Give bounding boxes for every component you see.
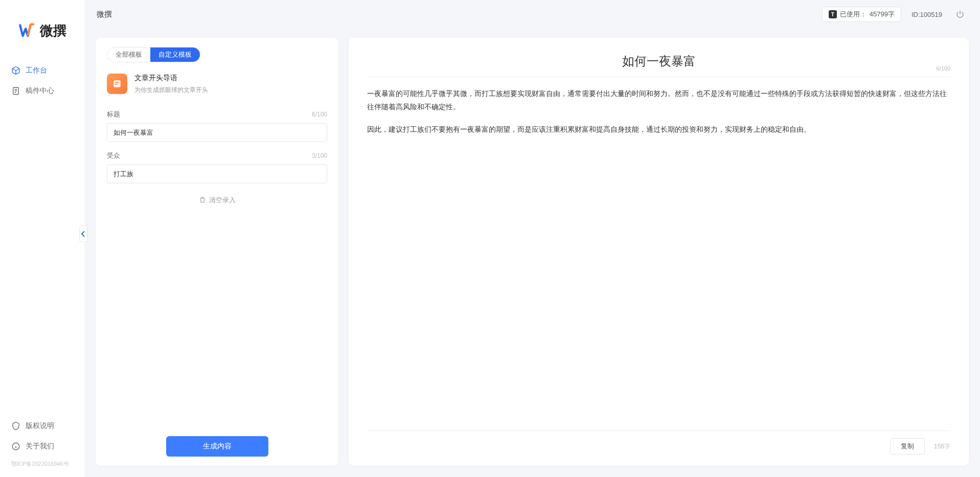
output-word-count: 156字	[934, 442, 950, 451]
info-icon	[11, 442, 20, 451]
audience-counter: 3/100	[312, 152, 327, 159]
logo: 微撰	[0, 15, 84, 61]
output-paragraph: 一夜暴富的可能性几乎微乎其微，而打工族想要实现财富自由，通常需要付出大量的时间和…	[367, 87, 950, 114]
svg-rect-4	[115, 84, 118, 85]
cube-icon	[11, 66, 20, 75]
usage-value: 45799字	[870, 10, 895, 19]
power-button[interactable]	[952, 7, 968, 22]
sidebar-item-label: 版权说明	[26, 421, 54, 431]
input-panel: 全部模板 自定义模板 文章开头导语 为你生成抓眼球的文章开头 标题 6/	[96, 38, 338, 466]
title-label: 标题	[107, 110, 120, 119]
svg-rect-3	[115, 82, 119, 83]
tab-all-templates[interactable]: 全部模板	[107, 47, 150, 62]
audience-label: 受众	[107, 151, 120, 160]
template-card: 文章开头导语 为你生成抓眼球的文章开头	[107, 62, 327, 101]
header: 微撰 T 已使用： 45799字 ID:100519	[84, 0, 980, 29]
output-body: 一夜暴富的可能性几乎微乎其微，而打工族想要实现财富自由，通常需要付出大量的时间和…	[367, 77, 950, 156]
sidebar-item-workbench[interactable]: 工作台	[4, 61, 80, 80]
output-paragraph: 因此，建议打工族们不要抱有一夜暴富的期望，而是应该注重积累财富和提高自身技能，通…	[367, 123, 950, 136]
logo-icon	[18, 21, 36, 40]
trash-icon	[199, 196, 206, 205]
title-input[interactable]	[107, 123, 327, 142]
sidebar-item-label: 稿件中心	[26, 86, 54, 96]
output-panel: 如何一夜暴富 6/100 一夜暴富的可能性几乎微乎其微，而打工族想要实现财富自由…	[349, 38, 969, 466]
sidebar-item-label: 关于我们	[26, 442, 54, 451]
sidebar-item-drafts[interactable]: 稿件中心	[4, 81, 80, 101]
template-icon	[107, 74, 127, 94]
template-tabs: 全部模板 自定义模板	[107, 47, 200, 62]
tab-custom-templates[interactable]: 自定义模板	[150, 47, 200, 62]
sidebar-item-copyright[interactable]: 版权说明	[4, 416, 80, 436]
page-title: 微撰	[97, 10, 112, 19]
user-id: ID:100519	[911, 11, 942, 18]
title-counter: 6/100	[312, 111, 327, 118]
clear-input-button[interactable]: 清空录入	[107, 196, 327, 205]
generate-button[interactable]: 生成内容	[166, 436, 268, 457]
output-title-counter: 6/100	[936, 65, 950, 71]
template-desc: 为你生成抓眼球的文章开头	[134, 86, 208, 94]
sidebar-item-label: 工作台	[26, 66, 47, 75]
logo-text: 微撰	[40, 22, 66, 40]
usage-label: 已使用：	[840, 10, 867, 19]
audience-input[interactable]	[107, 164, 327, 183]
clear-label: 清空录入	[209, 196, 236, 205]
icp-text: 鄂ICP备2022016946号	[4, 457, 80, 472]
usage-badge[interactable]: T 已使用： 45799字	[822, 7, 901, 22]
sidebar: 微撰 工作台 稿件中心	[0, 0, 84, 477]
text-icon: T	[829, 10, 837, 18]
collapse-sidebar-button[interactable]	[79, 226, 87, 242]
copy-button[interactable]: 复制	[890, 438, 925, 455]
output-title: 如何一夜暴富	[367, 53, 950, 69]
sidebar-item-about[interactable]: 关于我们	[4, 437, 80, 456]
nav: 工作台 稿件中心	[0, 61, 84, 101]
shield-icon	[11, 421, 20, 431]
template-name: 文章开头导语	[134, 74, 208, 83]
document-icon	[11, 86, 20, 96]
